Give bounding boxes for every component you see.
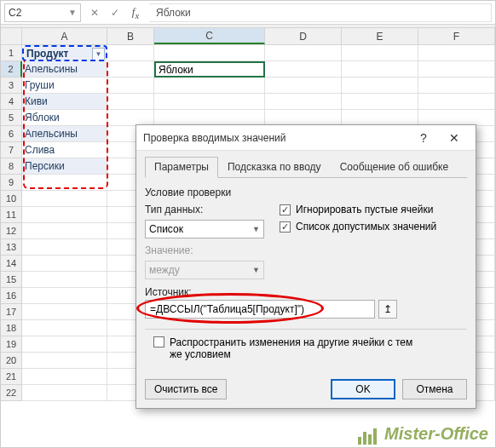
row-header-11[interactable]: 11 bbox=[1, 207, 22, 223]
cell-D2[interactable] bbox=[265, 61, 342, 78]
cell-F2[interactable] bbox=[418, 61, 495, 78]
cell-B1[interactable] bbox=[107, 45, 154, 61]
row-header-17[interactable]: 17 bbox=[1, 304, 22, 320]
clear-all-button[interactable]: Очистить все bbox=[145, 379, 227, 399]
col-header-B[interactable]: B bbox=[107, 28, 154, 44]
cell-A15[interactable] bbox=[22, 272, 107, 288]
row-header-3[interactable]: 3 bbox=[1, 78, 22, 94]
row-header-2[interactable]: 2 bbox=[1, 61, 22, 78]
cancel-formula-button[interactable]: ✕ bbox=[86, 4, 103, 21]
row-header-1[interactable]: 1 bbox=[1, 45, 22, 61]
cell-A18[interactable] bbox=[22, 320, 107, 336]
cell-E4[interactable] bbox=[342, 94, 418, 110]
checkbox-icon: ✓ bbox=[280, 221, 291, 233]
cell-A17[interactable] bbox=[22, 304, 107, 320]
col-header-D[interactable]: D bbox=[265, 28, 342, 44]
col-header-C[interactable]: C bbox=[154, 28, 265, 44]
row-header-21[interactable]: 21 bbox=[1, 369, 22, 385]
row-header-15[interactable]: 15 bbox=[1, 272, 22, 288]
cell-D1[interactable] bbox=[265, 45, 342, 61]
cell-C1[interactable] bbox=[154, 45, 265, 61]
cell-A5[interactable]: Яблоки bbox=[22, 110, 107, 126]
cell-A8[interactable]: Персики bbox=[22, 158, 107, 175]
filter-dropdown-button[interactable]: ▼ bbox=[92, 48, 105, 60]
col-header-A[interactable]: A bbox=[22, 28, 107, 44]
col-header-F[interactable]: F bbox=[418, 28, 495, 44]
cell-A14[interactable] bbox=[22, 256, 107, 272]
propagate-checkbox[interactable]: Распространить изменения на другие ячейк… bbox=[153, 336, 467, 360]
row-header-20[interactable]: 20 bbox=[1, 353, 22, 369]
cell-A6[interactable]: Апельсины bbox=[22, 126, 107, 142]
select-all-corner[interactable] bbox=[1, 28, 22, 44]
type-combo[interactable]: Список ▼ bbox=[145, 220, 264, 238]
validation-dropdown-button[interactable]: ▼ bbox=[264, 63, 265, 78]
chevron-down-icon: ▼ bbox=[252, 266, 260, 274]
cell-A1[interactable]: Продукт▼ bbox=[22, 45, 107, 61]
formula-bar-text: Яблоки bbox=[156, 7, 191, 19]
row-header-18[interactable]: 18 bbox=[1, 320, 22, 336]
cell-A22[interactable] bbox=[22, 385, 107, 401]
tab-error-alert[interactable]: Сообщение об ошибке bbox=[331, 157, 458, 178]
cell-B3[interactable] bbox=[107, 78, 154, 94]
name-box[interactable]: C2 ▼ bbox=[4, 3, 81, 22]
row-header-9[interactable]: 9 bbox=[1, 175, 22, 191]
cell-D4[interactable] bbox=[265, 94, 342, 110]
cell-A19[interactable] bbox=[22, 336, 107, 353]
cell-E2[interactable] bbox=[342, 61, 418, 78]
source-input[interactable] bbox=[145, 300, 375, 319]
cell-A11[interactable] bbox=[22, 207, 107, 223]
accept-formula-button[interactable]: ✓ bbox=[107, 4, 124, 21]
ignore-blank-checkbox[interactable]: ✓ Игнорировать пустые ячейки bbox=[280, 204, 467, 215]
cell-A9[interactable] bbox=[22, 175, 107, 191]
dialog-title: Проверка вводимых значений bbox=[143, 132, 286, 144]
row-header-12[interactable]: 12 bbox=[1, 223, 22, 239]
cell-A21[interactable] bbox=[22, 369, 107, 385]
row-header-13[interactable]: 13 bbox=[1, 239, 22, 256]
formula-bar-input[interactable]: Яблоки bbox=[149, 3, 492, 22]
row-header-14[interactable]: 14 bbox=[1, 256, 22, 272]
checkbox-icon: ✓ bbox=[280, 204, 291, 215]
row-header-19[interactable]: 19 bbox=[1, 336, 22, 353]
cell-A13[interactable] bbox=[22, 239, 107, 256]
col-header-E[interactable]: E bbox=[342, 28, 418, 44]
insert-function-button[interactable]: fx bbox=[127, 4, 144, 21]
range-picker-button[interactable]: ↥ bbox=[378, 300, 397, 319]
cell-C4[interactable] bbox=[154, 94, 265, 110]
fx-icon: fx bbox=[132, 5, 139, 20]
tab-input-message[interactable]: Подсказка по вводу bbox=[218, 157, 331, 178]
help-button[interactable]: ? bbox=[409, 129, 438, 147]
in-cell-dropdown-checkbox[interactable]: ✓ Список допустимых значений bbox=[280, 221, 467, 233]
cell-A16[interactable] bbox=[22, 288, 107, 304]
row-header-10[interactable]: 10 bbox=[1, 191, 22, 207]
cell-B2[interactable] bbox=[107, 61, 154, 78]
cell-A10[interactable] bbox=[22, 191, 107, 207]
ok-button[interactable]: OK bbox=[331, 379, 395, 399]
row-header-8[interactable]: 8 bbox=[1, 158, 22, 175]
row-header-7[interactable]: 7 bbox=[1, 142, 22, 158]
cell-C2[interactable]: Яблоки▼ bbox=[154, 61, 265, 78]
cell-A2[interactable]: Апельсины bbox=[22, 61, 107, 78]
cell-A20[interactable] bbox=[22, 353, 107, 369]
cell-C3[interactable] bbox=[154, 78, 265, 94]
close-button[interactable]: ✕ bbox=[440, 129, 469, 147]
cell-E1[interactable] bbox=[342, 45, 418, 61]
svg-rect-0 bbox=[358, 437, 361, 445]
cancel-button[interactable]: Отмена bbox=[402, 379, 467, 399]
cell-F1[interactable] bbox=[418, 45, 495, 61]
row-header-22[interactable]: 22 bbox=[1, 385, 22, 401]
cell-A12[interactable] bbox=[22, 223, 107, 239]
cell-F3[interactable] bbox=[418, 78, 495, 94]
row-header-6[interactable]: 6 bbox=[1, 126, 22, 142]
cell-D3[interactable] bbox=[265, 78, 342, 94]
row-header-5[interactable]: 5 bbox=[1, 110, 22, 126]
row-header-4[interactable]: 4 bbox=[1, 94, 22, 110]
cell-B4[interactable] bbox=[107, 94, 154, 110]
cell-F4[interactable] bbox=[418, 94, 495, 110]
tab-parameters[interactable]: Параметры bbox=[145, 157, 218, 178]
value-combo: между ▼ bbox=[145, 261, 264, 279]
row-header-16[interactable]: 16 bbox=[1, 288, 22, 304]
cell-A4[interactable]: Киви bbox=[22, 94, 107, 110]
cell-A7[interactable]: Слива bbox=[22, 142, 107, 158]
cell-A3[interactable]: Груши bbox=[22, 78, 107, 94]
cell-E3[interactable] bbox=[342, 78, 418, 94]
